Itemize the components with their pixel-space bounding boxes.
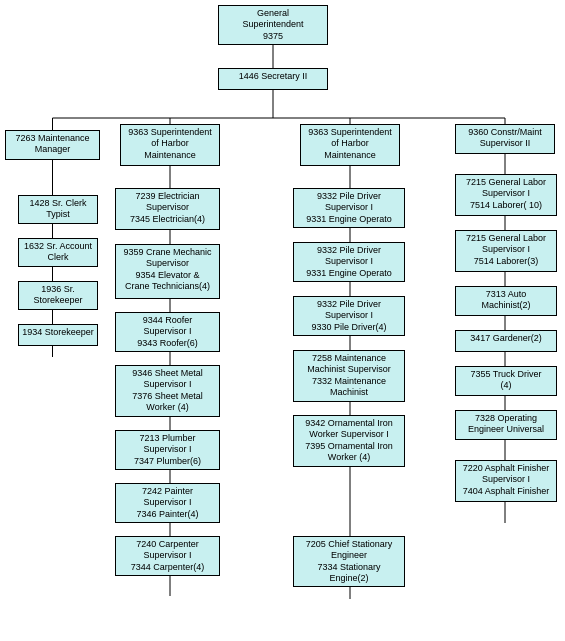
org-node-pile1: 9332 Pile DriverSupervisor I9331 Engine … [293,188,405,228]
org-node-pile3: 9332 Pile DriverSupervisor I9330 Pile Dr… [293,296,405,336]
org-node-roofer: 9344 RooferSupervisor I9343 Roofer(6) [115,312,220,352]
org-node-asphalt: 7220 Asphalt FinisherSupervisor I7404 As… [455,460,557,502]
org-node-harbor1: 9363 Superintendentof HarborMaintenance [120,124,220,166]
org-node-truck: 7355 Truck Driver(4) [455,366,557,396]
org-node-crane: 9359 Crane MechanicSupervisor9354 Elevat… [115,244,220,299]
org-node-sheet_metal: 9346 Sheet MetalSupervisor I7376 Sheet M… [115,365,220,417]
org-node-gen_labor1: 7215 General LaborSupervisor I7514 Labor… [455,174,557,216]
org-node-op_eng: 7328 OperatingEngineer Universal [455,410,557,440]
org-node-auto_mach: 7313 AutoMachinist(2) [455,286,557,316]
org-node-ornamental: 9342 Ornamental IronWorker Supervisor I7… [293,415,405,467]
org-node-sec_ii: 1446 Secretary II [218,68,328,90]
org-node-sr_acct: 1632 Sr. AccountClerk [18,238,98,267]
org-node-gen_labor2: 7215 General LaborSupervisor I7514 Labor… [455,230,557,272]
org-node-electrician: 7239 ElectricianSupervisor7345 Electrici… [115,188,220,230]
org-node-plumber: 7213 PlumberSupervisor I7347 Plumber(6) [115,430,220,470]
org-node-sr_store: 1936 Sr.Storekeeper [18,281,98,310]
org-node-constr_super: 9360 Constr/MaintSupervisor II [455,124,555,154]
org-node-pile2: 9332 Pile DriverSupervisor I9331 Engine … [293,242,405,282]
org-node-maint_mgr: 7263 MaintenanceManager [5,130,100,160]
org-node-painter: 7242 PainterSupervisor I7346 Painter(4) [115,483,220,523]
org-node-storekeeper: 1934 Storekeeper [18,324,98,346]
org-node-stationary: 7205 Chief StationaryEngineer7334 Statio… [293,536,405,587]
org-node-gardener: 3417 Gardener(2) [455,330,557,352]
org-node-mach_super: 7258 MaintenanceMachinist Supervisor7332… [293,350,405,402]
org-node-sr_clerk: 1428 Sr. ClerkTypist [18,195,98,224]
org-node-carpenter: 7240 CarpenterSupervisor I7344 Carpenter… [115,536,220,576]
org-node-harbor2: 9363 Superintendentof HarborMaintenance [300,124,400,166]
org-node-gen_super: GeneralSuperintendent9375 [218,5,328,45]
